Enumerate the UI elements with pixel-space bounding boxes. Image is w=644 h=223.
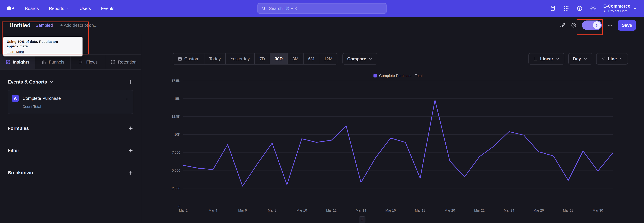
x-axis: Mar 2Mar 4Mar 6Mar 8Mar 10Mar 12Mar 14Ma…: [183, 206, 613, 213]
y-tick-label: 17.5K: [172, 79, 180, 83]
x-tick-label: Mar 4: [209, 208, 217, 212]
more-options-icon[interactable]: [607, 22, 613, 28]
breakdown-section: Breakdown: [8, 170, 133, 175]
granularity-dropdown[interactable]: Day: [568, 53, 592, 65]
linear-scale-icon: [533, 56, 538, 61]
compare-button[interactable]: Compare: [342, 53, 377, 65]
global-search[interactable]: [258, 3, 386, 14]
chart-type-label: Line: [608, 56, 617, 61]
filter-header: Filter: [8, 148, 19, 153]
add-description-field[interactable]: + Add description...: [60, 23, 98, 28]
chart-area: 02,5005,0007,50010K12.5K15K17.5K: [142, 81, 644, 206]
mixpanel-logo-icon[interactable]: [7, 6, 14, 11]
tab-flows[interactable]: Flows: [71, 55, 106, 69]
chart-type-dropdown[interactable]: Line: [596, 53, 628, 65]
chart-controls: Custom Today Yesterday 7D 30D 3M 6M 12M …: [172, 53, 628, 65]
date-6m-button[interactable]: 6M: [303, 53, 319, 64]
tab-insights[interactable]: Insights: [0, 55, 36, 69]
date-button-label: 12M: [324, 56, 332, 61]
project-name: E-Commerce: [604, 4, 630, 9]
x-tick-label: Mar 26: [533, 208, 544, 212]
x-tick-label: Mar 18: [415, 208, 425, 212]
logo-dot: [7, 6, 11, 11]
chart-view-controls: Linear Day Line: [528, 53, 628, 65]
date-button-label: Custom: [184, 56, 200, 61]
date-button-label: 30D: [275, 56, 283, 61]
chart-legend: Complete Purchase - Total: [183, 74, 613, 78]
nav-item-boards[interactable]: Boards: [25, 6, 39, 11]
date-custom-button[interactable]: Custom: [173, 53, 204, 64]
add-breakdown-button[interactable]: [128, 170, 133, 175]
y-tick-label: 2,500: [172, 186, 180, 190]
y-tick-label: 12.5K: [172, 115, 180, 119]
search-input[interactable]: [269, 6, 383, 11]
learn-more-link[interactable]: Learn More: [7, 50, 24, 54]
nav-label: Reports: [49, 6, 64, 11]
date-button-label: 3M: [292, 56, 298, 61]
funnels-icon: [42, 59, 46, 65]
date-today-button[interactable]: Today: [204, 53, 226, 64]
sampled-badge[interactable]: Sampled: [36, 23, 53, 28]
line-chart-plot[interactable]: [183, 81, 613, 206]
x-tick-label: Mar 2: [179, 208, 188, 212]
formulas-header: Formulas: [8, 126, 29, 131]
date-3m-button[interactable]: 3M: [288, 53, 303, 64]
tab-retention[interactable]: Retention: [106, 55, 141, 69]
sampling-toggle[interactable]: [582, 21, 602, 30]
x-tick-label: Mar 20: [444, 208, 455, 212]
logo-dot: [12, 8, 14, 10]
help-icon[interactable]: [576, 5, 582, 12]
save-button[interactable]: Save: [618, 20, 636, 31]
nav-item-events[interactable]: Events: [101, 6, 114, 11]
event-card[interactable]: A Complete Purchase Count Total: [8, 90, 133, 114]
breakdown-label: Breakdown: [8, 170, 33, 175]
nav-item-users[interactable]: Users: [80, 6, 91, 11]
y-tick-label: 10K: [174, 133, 180, 137]
project-switcher[interactable]: E-Commerce All Project Data: [604, 4, 637, 13]
topnav-actions: E-Commerce All Project Data: [550, 4, 637, 13]
chevron-down-icon: [619, 57, 623, 61]
date-yesterday-button[interactable]: Yesterday: [226, 53, 254, 64]
x-tick-label: Mar 24: [504, 208, 514, 212]
tab-funnels[interactable]: Funnels: [36, 55, 71, 69]
add-event-button[interactable]: [128, 79, 133, 85]
event-card-row: A Complete Purchase: [12, 95, 129, 102]
event-series-badge: A: [12, 95, 19, 102]
apps-grid-icon[interactable]: [563, 5, 569, 12]
filter-label: Filter: [8, 148, 19, 153]
x-tick-label: Mar 6: [238, 208, 247, 212]
history-icon[interactable]: [571, 22, 576, 28]
tooltip-message: Using 10% of data. Results are approxima…: [7, 39, 79, 49]
add-filter-button[interactable]: [128, 148, 133, 153]
data-management-icon[interactable]: [550, 5, 556, 12]
events-cohorts-header[interactable]: Events & Cohorts: [8, 79, 54, 85]
report-title[interactable]: Untitled: [10, 22, 31, 29]
project-scope: All Project Data: [604, 9, 630, 13]
top-navigation-bar: Boards Reports Users Events E-Commerce A…: [0, 0, 644, 17]
calendar-icon: [178, 56, 182, 61]
filter-section: Filter: [8, 148, 133, 153]
add-formula-button[interactable]: [128, 126, 133, 131]
date-12m-button[interactable]: 12M: [319, 53, 337, 64]
nav-label: Events: [101, 6, 114, 11]
nav-item-reports[interactable]: Reports: [49, 6, 70, 11]
scale-dropdown[interactable]: Linear: [528, 53, 564, 65]
events-cohorts-label: Events & Cohorts: [8, 79, 47, 85]
nav-label: Users: [80, 6, 91, 11]
sampling-toggle-knob: [593, 21, 601, 29]
event-metric[interactable]: Count Total: [22, 104, 129, 109]
y-tick-label: 5,000: [172, 169, 180, 172]
tab-label: Insights: [13, 59, 30, 65]
event-options-icon[interactable]: [124, 96, 129, 101]
x-tick-label: Mar 12: [326, 208, 336, 212]
y-tick-label: 15K: [174, 97, 180, 101]
report-actions: Save: [560, 20, 636, 31]
settings-gear-icon[interactable]: [590, 5, 596, 12]
nav-label: Boards: [25, 6, 39, 11]
copy-link-icon[interactable]: [560, 22, 566, 28]
date-30d-button[interactable]: 30D: [270, 53, 288, 64]
search-icon: [261, 6, 266, 11]
date-7d-button[interactable]: 7D: [254, 53, 270, 64]
chevron-down-icon: [66, 7, 70, 10]
page-indicator[interactable]: 1: [359, 216, 366, 223]
